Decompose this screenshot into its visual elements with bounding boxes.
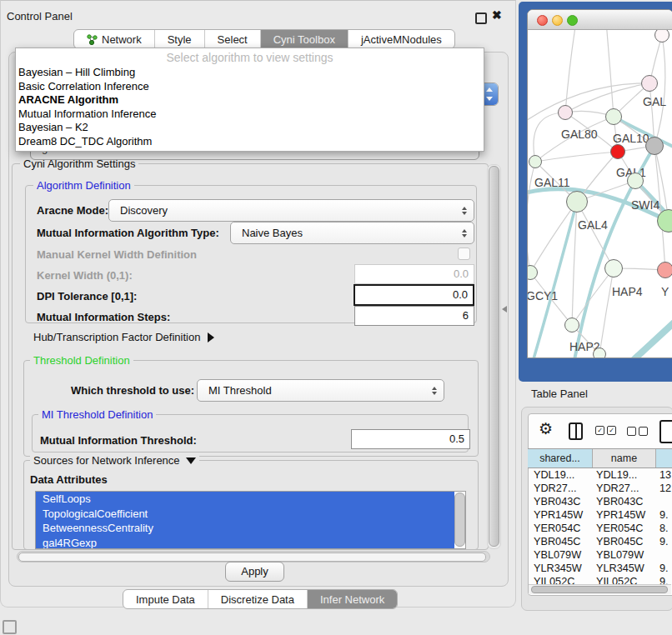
attribute-item-gal4rgexp[interactable]: gal4RGexp — [36, 536, 454, 550]
deselect-all-icon[interactable] — [627, 427, 648, 436]
table-rows: YDL19...YDL19...13YDR27...YDR27...12YBR0… — [528, 468, 672, 584]
table-row[interactable]: YPR145WYPR145W9. — [528, 508, 672, 522]
network-node-y[interactable] — [657, 262, 672, 278]
column-header-name[interactable]: name — [593, 449, 656, 468]
table-cell: YBL079W — [593, 548, 656, 562]
control-panel-tabs: NetworkStyleSelectCyni ToolboxjActiveMNo… — [73, 29, 455, 49]
control-panel-bottom-tabs: Impute DataDiscretize DataInfer Network — [123, 589, 398, 609]
attribute-item-betweennesscentrality[interactable]: BetweennessCentrality — [36, 521, 454, 536]
tab-infer-network[interactable]: Infer Network — [307, 590, 397, 608]
network-node-label: GAL10 — [613, 132, 649, 145]
network-node-gal[interactable] — [641, 75, 658, 92]
column-header-shared[interactable]: shared... — [528, 449, 593, 468]
algorithm-dropdown-popup: Select algorithm to view settings Bayesi… — [15, 48, 484, 152]
mi-algorithm-type-value: Naive Bayes — [231, 227, 459, 239]
table-cell: 9. — [656, 535, 672, 548]
table-row[interactable]: YDR27...YDR27...12 — [528, 482, 672, 495]
network-node[interactable] — [645, 137, 664, 155]
minimize-window-icon[interactable] — [552, 15, 563, 26]
network-node-label: Y — [661, 285, 669, 298]
panel-grip-icon[interactable] — [3, 620, 17, 634]
network-node-label: HAP4 — [612, 285, 643, 298]
tab-label: Select — [218, 33, 248, 46]
mi-threshold-definition-title: MI Threshold Definition — [38, 408, 156, 421]
network-window-titlebar[interactable] — [528, 10, 672, 30]
tab-select[interactable]: Select — [204, 30, 260, 48]
gear-icon[interactable]: ⚙ — [539, 420, 553, 438]
partial-table-icon[interactable] — [659, 420, 672, 443]
which-threshold-combobox[interactable]: MI Threshold — [197, 379, 444, 402]
mi-algorithm-type-label: Mutual Information Algorithm Type: — [37, 227, 219, 239]
network-node-gal11[interactable] — [529, 155, 542, 168]
algorithm-option-basic-correlation-inference[interactable]: Basic Correlation Inference — [16, 80, 484, 94]
tab-discretize-data[interactable]: Discretize Data — [208, 590, 307, 608]
which-threshold-label: Which threshold to use: — [71, 384, 194, 397]
network-node-gal1[interactable] — [610, 144, 625, 159]
close-window-icon[interactable] — [537, 15, 548, 26]
tab-style[interactable]: Style — [154, 30, 204, 48]
collapse-arrow-icon[interactable] — [186, 458, 196, 464]
tab-impute-data[interactable]: Impute Data — [123, 590, 208, 608]
sources-title-row[interactable]: Sources for Network Inference — [30, 454, 199, 467]
column-header-a[interactable]: A — [656, 449, 672, 468]
kernel-width-field[interactable]: 0.0 — [354, 264, 474, 284]
mi-algorithm-type-combobox[interactable]: Naive Bayes — [230, 222, 474, 244]
table-row[interactable]: YBR045CYBR045C9. — [528, 535, 672, 548]
expand-arrow-icon[interactable] — [208, 332, 214, 342]
network-canvas[interactable]: GALGAL80GAL10GAL1GAL11SWI4GAL4HAP4YGCY1H… — [528, 30, 672, 358]
tab-label: Style — [168, 33, 192, 46]
table-panel-title: Table Panel — [531, 388, 588, 400]
close-icon[interactable]: ✖ — [492, 8, 502, 22]
network-node-hap2[interactable] — [564, 318, 579, 332]
tab-label: jActiveMNodules — [361, 33, 442, 46]
manual-kernel-width-checkbox[interactable] — [458, 248, 470, 260]
algorithm-option-bayesian-k2[interactable]: Bayesian – K2 — [16, 121, 484, 135]
data-attributes-list[interactable]: SelfLoopsTopologicalCoefficientBetweenne… — [35, 491, 466, 549]
algorithm-option-mutual-information-inference[interactable]: Mutual Information Inference — [16, 108, 484, 122]
settings-vertical-scrollbar-thumb[interactable] — [489, 166, 499, 547]
attributes-list-scrollbar-thumb[interactable] — [454, 492, 465, 547]
which-threshold-value: MI Threshold — [198, 384, 429, 397]
attribute-item-topologicalcoefficient[interactable]: TopologicalCoefficient — [36, 507, 454, 522]
algorithm-option-aracne-algorithm[interactable]: ARACNE Algorithm — [16, 93, 484, 108]
table-row[interactable]: YBL079WYBL079W — [528, 548, 672, 562]
mi-steps-field[interactable]: 6 — [354, 306, 474, 326]
tab-label: Network — [102, 33, 142, 46]
network-node-hap4[interactable] — [604, 259, 623, 278]
network-node-gal10[interactable] — [605, 108, 622, 125]
tab-label: Discretize Data — [221, 593, 294, 606]
table-row[interactable]: YDL19...YDL19...13 — [528, 468, 672, 482]
table-row[interactable]: YIL052CYIL052C9. — [528, 575, 672, 584]
panel-collapse-arrow[interactable] — [502, 306, 507, 312]
tab-network[interactable]: Network — [74, 30, 154, 48]
split-view-icon[interactable] — [569, 422, 583, 440]
mi-threshold-field[interactable]: 0.5 — [351, 429, 470, 449]
table-row[interactable]: YLR345WYLR345W9. — [528, 562, 672, 575]
network-node[interactable] — [593, 348, 606, 358]
table-row[interactable]: YER054CYER054C8. — [528, 522, 672, 535]
algorithm-option-dream8-dc-tdc-algorithm[interactable]: Dream8 DC_TDC Algorithm — [16, 135, 484, 149]
network-node-swi4[interactable] — [627, 172, 644, 189]
network-node-label: SWI4 — [631, 198, 659, 212]
aracne-mode-combobox[interactable]: Discovery — [108, 199, 474, 222]
algorithm-option-bayesian-hill-climbing[interactable]: Bayesian – Hill Climbing — [16, 66, 484, 80]
float-panel-icon[interactable] — [475, 12, 487, 24]
zoom-window-icon[interactable] — [567, 15, 578, 26]
table-row[interactable]: YBR043CYBR043C — [528, 495, 672, 508]
select-all-icon[interactable]: ✓✓ — [595, 426, 616, 435]
tab-jactivemnodules[interactable]: jActiveMNodules — [348, 30, 454, 48]
dpi-tolerance-field[interactable]: 0.0 — [354, 284, 474, 306]
network-icon — [87, 34, 98, 45]
aracne-mode-label: Aracne Mode: — [37, 204, 108, 217]
apply-button[interactable]: Apply — [225, 562, 284, 582]
table-horizontal-scrollbar-thumb[interactable] — [531, 586, 668, 593]
network-node-gal80[interactable] — [558, 105, 573, 120]
table-cell: 9. — [656, 508, 672, 522]
network-node-gal4[interactable] — [566, 191, 588, 212]
algorithm-popup-placeholder: Select algorithm to view settings — [16, 48, 484, 66]
attribute-item-selfloops[interactable]: SelfLoops — [36, 492, 454, 507]
algorithm-definition-title: Algorithm Definition — [33, 179, 134, 192]
tab-cyni-toolbox[interactable]: Cyni Toolbox — [260, 30, 348, 48]
settings-horizontal-scrollbar-thumb[interactable] — [18, 552, 486, 562]
hub-definition-section[interactable]: Hub/Transcription Factor Definition — [33, 331, 214, 343]
